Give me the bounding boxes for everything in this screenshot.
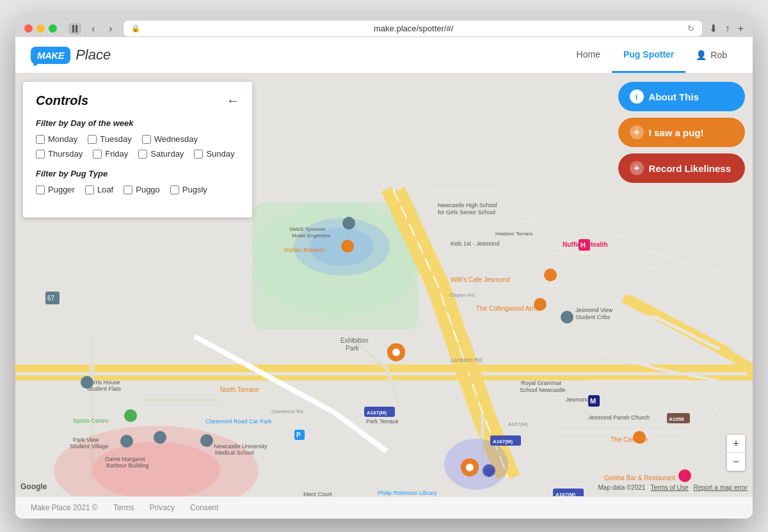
checkbox-loaf-label: Loaf (97, 185, 113, 194)
user-name: Rob (710, 50, 727, 60)
controls-back-button[interactable]: ← (227, 93, 239, 108)
zoom-controls: + − (727, 435, 745, 471)
svg-text:H: H (580, 241, 586, 249)
about-button[interactable]: i About This (618, 82, 745, 111)
checkbox-thursday-label: Thursday (48, 149, 83, 159)
maximize-button[interactable] (49, 24, 57, 33)
svg-text:Willi's Cafe Jesmond: Willi's Cafe Jesmond (451, 276, 510, 283)
navigation-bar: MAKE Place Home Pug Spotter 👤 Rob (15, 37, 753, 74)
zoom-in-button[interactable]: + (727, 435, 745, 453)
checkbox-friday-input[interactable] (93, 150, 102, 159)
logo-badge: MAKE (31, 47, 70, 64)
checkbox-saturday[interactable]: Saturday (138, 149, 184, 159)
checkbox-thursday[interactable]: Thursday (36, 149, 83, 159)
reload-icon[interactable]: ↻ (687, 24, 694, 33)
nav-pug-spotter[interactable]: Pug Spotter (612, 37, 685, 73)
map-data-text: Map data ©2021 (598, 484, 646, 491)
svg-text:Model Engineers: Model Engineers (292, 233, 330, 239)
checkbox-monday-input[interactable] (36, 135, 45, 144)
sidebar-toggle[interactable] (68, 23, 81, 35)
checkbox-pugsly[interactable]: Pugsly (170, 185, 207, 194)
filter-pug-label: Filter by Pug Type (36, 169, 239, 178)
nav-user[interactable]: 👤 Rob (685, 50, 737, 60)
checkbox-thursday-input[interactable] (36, 150, 45, 159)
svg-point-66 (392, 348, 400, 356)
svg-text:North Terrace: North Terrace (220, 386, 259, 393)
checkbox-tuesday-label: Tuesday (100, 134, 131, 144)
svg-text:Dame Margaret: Dame Margaret (105, 456, 145, 462)
svg-text:Exhibition: Exhibition (340, 337, 368, 344)
traffic-lights[interactable] (24, 24, 57, 33)
address-bar[interactable]: 🔒 make.place/spotter/#/ ↻ (123, 20, 703, 37)
pug-checkboxes: Pugger Loaf Puggo Pugsly (36, 185, 239, 194)
filter-pug-section: Filter by Pug Type Pugger Loaf Puggo (36, 169, 239, 194)
checkbox-pugger-input[interactable] (36, 185, 45, 194)
svg-text:Kids 1st - Jesmond: Kids 1st - Jesmond (451, 240, 500, 247)
download-button[interactable]: ⬇ (709, 22, 717, 35)
svg-text:Park: Park (346, 345, 360, 352)
svg-text:A1058: A1058 (669, 416, 684, 422)
logo[interactable]: MAKE Place (31, 47, 111, 64)
terms-link[interactable]: Terms of Use (651, 484, 689, 491)
svg-text:M: M (590, 397, 596, 405)
record-button[interactable]: + Record Likeliness (618, 153, 745, 183)
controls-header: Controls ← (36, 93, 239, 108)
checkbox-pugsly-input[interactable] (170, 185, 179, 194)
svg-text:Haldane Terrace: Haldane Terrace (495, 231, 533, 237)
svg-text:Claremont Rd: Claremont Rd (271, 409, 303, 414)
map-container[interactable]: Newcastle High School for Girls Senior S… (15, 74, 753, 496)
checkbox-puggo[interactable]: Puggo (124, 185, 160, 194)
checkbox-saturday-input[interactable] (138, 150, 147, 159)
svg-text:Jesmond Parish Church: Jesmond Parish Church (588, 414, 650, 421)
map-attribution: Map data ©2021 Terms of Use Report a map… (598, 484, 748, 491)
new-tab-button[interactable]: + (738, 23, 744, 35)
checkbox-monday[interactable]: Monday (36, 134, 77, 144)
checkbox-sunday[interactable]: Sunday (194, 149, 234, 159)
svg-text:for Girls Senior School: for Girls Senior School (438, 209, 495, 215)
share-button[interactable]: ↑ (725, 23, 730, 35)
info-icon: i (630, 90, 644, 104)
nav-home[interactable]: Home (565, 37, 612, 73)
checkbox-friday[interactable]: Friday (93, 149, 128, 159)
checkbox-monday-label: Monday (48, 134, 77, 144)
checkbox-pugger[interactable]: Pugger (36, 185, 75, 194)
svg-text:Royal Grammar: Royal Grammar (521, 380, 562, 386)
forward-button[interactable]: › (105, 22, 116, 36)
svg-text:Lambton Rd: Lambton Rd (451, 357, 482, 363)
checkbox-tuesday-input[interactable] (88, 135, 97, 144)
nav-links: Home Pug Spotter 👤 Rob (565, 37, 737, 73)
checkbox-wednesday-input[interactable] (142, 135, 151, 144)
checkbox-pugger-label: Pugger (48, 185, 75, 194)
checkbox-loaf-input[interactable] (85, 185, 94, 194)
minimize-button[interactable] (36, 24, 45, 33)
checkbox-loaf[interactable]: Loaf (85, 185, 113, 194)
lock-icon: 🔒 (131, 24, 140, 33)
about-label: About This (649, 91, 699, 102)
report-link[interactable]: Report a map error (694, 484, 748, 491)
checkbox-wednesday[interactable]: Wednesday (142, 134, 198, 144)
svg-text:School Newcastle: School Newcastle (520, 387, 566, 393)
filter-day-label: Filter by Day of the week (36, 118, 239, 128)
svg-text:Barbour Building: Barbour Building (106, 462, 149, 469)
saw-pug-button[interactable]: + I saw a pug! (618, 118, 745, 147)
checkbox-sunday-input[interactable] (194, 150, 203, 159)
controls-panel: Controls ← Filter by Day of the week Mon… (23, 82, 252, 217)
footer-terms[interactable]: Terms (113, 503, 134, 512)
footer-privacy[interactable]: Privacy (150, 503, 175, 512)
svg-text:Geisha Bar & Restaurant: Geisha Bar & Restaurant (604, 474, 675, 481)
svg-text:Claremont Road Car Park: Claremont Road Car Park (205, 418, 272, 425)
svg-text:Philip Robinson Library: Philip Robinson Library (378, 490, 437, 496)
checkbox-wednesday-label: Wednesday (154, 134, 198, 144)
zoom-out-button[interactable]: − (727, 453, 745, 471)
back-button[interactable]: ‹ (88, 22, 99, 36)
saw-pug-label: I saw a pug! (649, 127, 704, 138)
plus-record-icon: + (630, 161, 644, 175)
footer-consent[interactable]: Consent (190, 503, 219, 512)
filter-day-section: Filter by Day of the week Monday Tuesday (36, 118, 239, 159)
svg-text:Clayton Rd: Clayton Rd (449, 292, 475, 298)
checkbox-puggo-label: Puggo (136, 185, 160, 194)
checkbox-tuesday[interactable]: Tuesday (88, 134, 131, 144)
checkbox-puggo-input[interactable] (124, 185, 132, 194)
close-button[interactable] (24, 24, 33, 33)
svg-text:A167(M): A167(M) (367, 410, 387, 416)
